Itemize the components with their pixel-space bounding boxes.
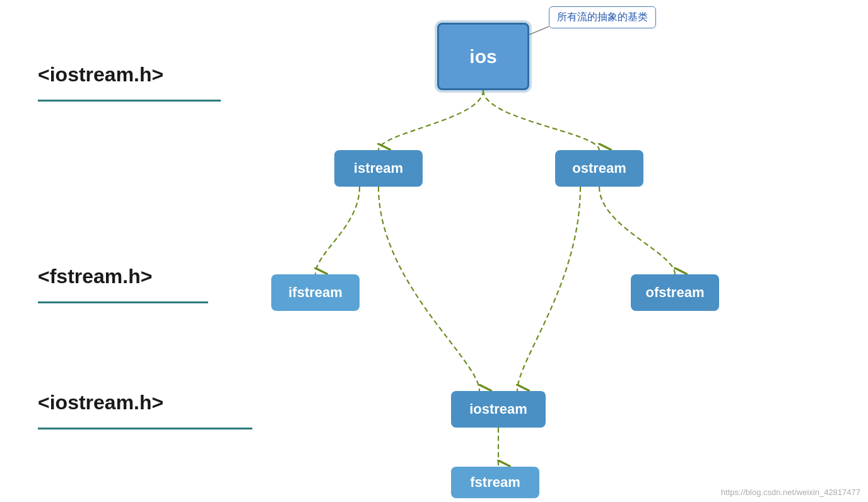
iostream-node: iostream xyxy=(451,391,546,428)
ifstream-label: ifstream xyxy=(288,284,343,301)
tooltip-text: 所有流的抽象的基类 xyxy=(557,11,648,22)
section-iostream-top: <iostream.h> xyxy=(38,63,163,86)
istream-node: istream xyxy=(334,150,423,187)
section-fstream: <fstream.h> xyxy=(38,265,152,288)
ostream-node: ostream xyxy=(555,150,643,187)
ios-node: ios xyxy=(437,23,529,90)
ofstream-node: ofstream xyxy=(631,274,719,311)
section-line-fstream xyxy=(38,301,208,303)
istream-label: istream xyxy=(354,160,403,177)
ostream-label: ostream xyxy=(572,160,626,177)
section-iostream-bottom: <iostream.h> xyxy=(38,391,163,414)
watermark: https://blog.csdn.net/weixin_42817477 xyxy=(721,487,860,497)
ofstream-label: ofstream xyxy=(646,284,705,301)
ios-label: ios xyxy=(469,46,496,67)
iostream-label: iostream xyxy=(469,401,527,417)
tooltip-box: 所有流的抽象的基类 xyxy=(549,6,656,28)
section-line-iostream-top xyxy=(38,100,221,102)
fstream-node: fstream xyxy=(451,467,539,498)
ifstream-node: ifstream xyxy=(271,274,360,311)
fstream-label: fstream xyxy=(470,474,520,491)
section-line-iostream-bottom xyxy=(38,428,252,429)
